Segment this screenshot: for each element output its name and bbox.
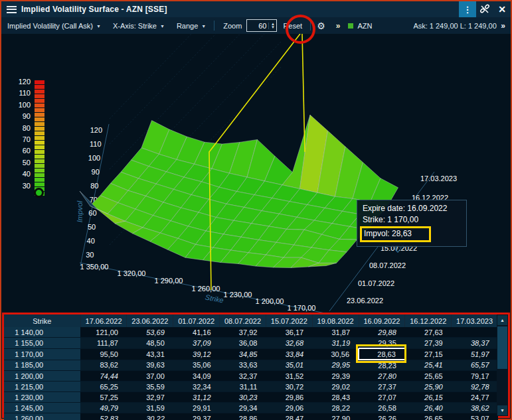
- scrollbar-thumb[interactable]: [497, 326, 507, 369]
- value-cell[interactable]: 79,17: [452, 371, 498, 382]
- column-header[interactable]: 08.07.2022: [220, 315, 266, 327]
- value-cell[interactable]: 57,25: [80, 392, 127, 403]
- value-cell[interactable]: 29,86: [266, 392, 312, 403]
- column-header[interactable]: 19.08.2022: [312, 315, 359, 327]
- value-cell[interactable]: 31,11: [220, 382, 266, 392]
- value-cell[interactable]: 27,15: [405, 348, 452, 360]
- value-cell[interactable]: 51,97: [452, 348, 498, 360]
- value-cell[interactable]: 35,59: [127, 382, 173, 392]
- value-cell[interactable]: 30,72: [266, 382, 312, 392]
- value-cell[interactable]: 30,23: [220, 392, 266, 403]
- value-cell[interactable]: 29,91: [173, 403, 220, 413]
- value-cell[interactable]: 31,19: [312, 338, 359, 349]
- value-cell[interactable]: 53,07: [452, 413, 498, 420]
- value-cell[interactable]: 36,17: [266, 327, 312, 338]
- value-cell[interactable]: 32,68: [266, 338, 312, 349]
- scroll-up-icon[interactable]: ▲: [497, 315, 507, 325]
- value-cell[interactable]: 28,23: [359, 360, 405, 371]
- value-cell[interactable]: 41,16: [173, 327, 220, 338]
- toolbar-overflow-button[interactable]: »: [501, 21, 511, 31]
- value-cell[interactable]: 43,31: [127, 348, 173, 360]
- table-scrollbar[interactable]: ▲ ▼: [497, 315, 508, 416]
- xaxis-dropdown[interactable]: X-Axis: Strike▼: [107, 22, 171, 30]
- range-dropdown[interactable]: Range▼: [171, 22, 212, 30]
- value-cell[interactable]: [452, 327, 498, 338]
- value-cell[interactable]: 37,00: [127, 371, 173, 382]
- value-cell[interactable]: 34,85: [220, 348, 266, 360]
- value-cell[interactable]: 27,39: [405, 338, 452, 349]
- value-cell[interactable]: 27,37: [359, 382, 405, 392]
- column-header[interactable]: 16.12.2022: [405, 315, 452, 327]
- value-cell[interactable]: 49,79: [80, 403, 127, 413]
- value-cell[interactable]: 29,35: [359, 338, 405, 349]
- column-header[interactable]: 23.06.2022: [127, 315, 173, 327]
- link-disabled-button[interactable]: [476, 1, 493, 17]
- zoom-value[interactable]: 60: [247, 22, 268, 30]
- value-cell[interactable]: 32,97: [127, 392, 173, 403]
- value-cell[interactable]: 31,59: [127, 403, 173, 413]
- color-scale[interactable]: 12011010090807060504030: [1, 43, 54, 176]
- surface-plot[interactable]: 120110100908070605040301 350,001 320,001…: [1, 34, 511, 313]
- value-cell[interactable]: 29,06: [266, 403, 312, 413]
- value-cell[interactable]: 26,40: [405, 403, 452, 413]
- value-cell[interactable]: 39,12: [173, 348, 220, 360]
- value-cell[interactable]: 111,87: [80, 338, 127, 349]
- spin-down-icon[interactable]: ▼: [271, 26, 275, 29]
- value-cell[interactable]: 24,77: [452, 392, 498, 403]
- value-cell[interactable]: 31,12: [173, 392, 220, 403]
- value-cell[interactable]: 37,92: [220, 327, 266, 338]
- color-scale-handle[interactable]: [34, 188, 44, 198]
- value-cell[interactable]: 27,63: [405, 327, 452, 338]
- value-cell[interactable]: 29,95: [312, 360, 359, 371]
- value-cell[interactable]: 27,80: [359, 371, 405, 382]
- value-cell[interactable]: 95,50: [80, 348, 127, 360]
- value-cell[interactable]: 37,09: [173, 338, 220, 349]
- column-header[interactable]: 01.07.2022: [173, 315, 220, 327]
- value-cell[interactable]: 30,56: [312, 348, 359, 360]
- value-cell[interactable]: 26,15: [405, 392, 452, 403]
- value-cell[interactable]: 28,22: [312, 403, 359, 413]
- value-cell[interactable]: 27,07: [359, 392, 405, 403]
- value-cell[interactable]: 25,90: [405, 382, 452, 392]
- value-cell[interactable]: 28,86: [220, 413, 266, 420]
- value-cell[interactable]: 53,69: [127, 327, 173, 338]
- value-cell[interactable]: 31,87: [312, 327, 359, 338]
- column-header[interactable]: 17.06.2022: [80, 315, 127, 327]
- column-header[interactable]: Strike: [4, 315, 80, 327]
- value-cell[interactable]: 74,44: [80, 371, 127, 382]
- expand-button[interactable]: »: [329, 21, 347, 31]
- value-cell[interactable]: 121,00: [80, 327, 127, 338]
- more-options-button[interactable]: ⋮: [459, 1, 476, 17]
- value-cell[interactable]: 92,78: [452, 382, 498, 392]
- value-cell[interactable]: 52,83: [80, 413, 127, 420]
- value-cell[interactable]: 33,63: [220, 360, 266, 371]
- value-cell[interactable]: 26,58: [359, 403, 405, 413]
- value-cell[interactable]: 28,47: [266, 413, 312, 420]
- value-cell[interactable]: 34,09: [173, 371, 220, 382]
- value-cell[interactable]: 29,37: [173, 413, 220, 420]
- value-cell[interactable]: 27,90: [312, 413, 359, 420]
- value-cell[interactable]: 30,22: [127, 413, 173, 420]
- value-cell[interactable]: 29,02: [312, 382, 359, 392]
- value-cell[interactable]: 26,26: [359, 413, 405, 420]
- column-header[interactable]: 15.07.2022: [266, 315, 312, 327]
- zoom-stepper[interactable]: 60 ▲▼: [246, 19, 277, 32]
- value-cell[interactable]: 35,06: [173, 360, 220, 371]
- value-cell[interactable]: 65,25: [80, 382, 127, 392]
- value-cell[interactable]: 65,57: [452, 360, 498, 371]
- close-button[interactable]: ✕: [493, 1, 511, 17]
- vol-table[interactable]: Strike17.06.202223.06.202201.07.202208.0…: [4, 315, 498, 420]
- value-cell[interactable]: 25,65: [405, 371, 452, 382]
- menu-icon[interactable]: [7, 6, 17, 13]
- value-cell[interactable]: 32,34: [173, 382, 220, 392]
- value-cell[interactable]: 28,43: [312, 392, 359, 403]
- selected-cell[interactable]: 28,63: [359, 348, 405, 360]
- value-cell[interactable]: 33,84: [266, 348, 312, 360]
- value-cell[interactable]: 26,65: [405, 413, 452, 420]
- value-cell[interactable]: 25,41: [405, 360, 452, 371]
- value-cell[interactable]: 29,88: [359, 327, 405, 338]
- value-cell[interactable]: 35,01: [266, 360, 312, 371]
- vol-surface-chart[interactable]: 120110100908070605040301 350,001 320,001…: [1, 34, 511, 313]
- scroll-down-icon[interactable]: ▼: [497, 405, 507, 415]
- value-cell[interactable]: 83,62: [80, 360, 127, 371]
